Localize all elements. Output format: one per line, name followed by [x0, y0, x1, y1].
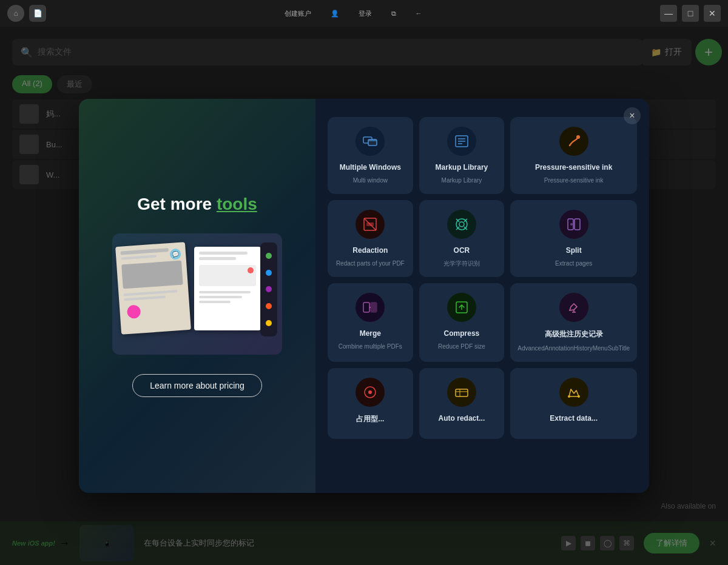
svg-point-7	[576, 135, 580, 139]
sidebar-tool	[260, 242, 277, 336]
tool-dot-2	[266, 270, 272, 276]
feature-card-ocr[interactable]: OCR 光学字符识别	[419, 200, 505, 277]
tool-dot-3	[266, 286, 272, 292]
feature-card-merge[interactable]: Merge Combine multiple PDFs	[328, 283, 413, 362]
doc-page-left: 💬	[115, 242, 191, 335]
doc-page-right	[194, 247, 261, 330]
tool-dot-1	[266, 253, 272, 259]
modal-dialog: Get more tools	[79, 99, 649, 493]
feature-name-12: Extract data...	[550, 414, 598, 423]
feature-sub-multiple-windows: Multi window	[353, 176, 388, 184]
feature-sub-ocr: 光学字符识别	[443, 259, 480, 267]
feature-card-multiple-windows[interactable]: Multiple Windows Multi window	[328, 117, 413, 194]
red-dot	[248, 267, 254, 273]
feature-11-icon	[447, 378, 476, 407]
tool-dot-4	[266, 303, 272, 309]
preview-inner: 💬	[112, 233, 282, 355]
feature-sub-annotation-history: AdvancedAnnotationHistoryMenuSubTitle	[517, 344, 630, 352]
svg-rect-28	[456, 389, 468, 396]
feature-10-icon	[356, 378, 385, 407]
pressure-ink-icon	[559, 127, 588, 156]
modal-right-panel: × Multiple Windows Multi window	[315, 99, 649, 493]
feature-name-annotation-history: 高级批注历史记录	[545, 329, 603, 339]
feature-sub-merge: Combine multiple PDFs	[339, 343, 402, 350]
feature-name-redaction: Redaction	[352, 246, 388, 255]
feature-name-compress: Compress	[444, 329, 480, 338]
feature-card-11[interactable]: Auto redact...	[419, 368, 505, 439]
title-bar-left: ⌂ 📄	[7, 5, 46, 22]
redaction-icon	[356, 210, 385, 239]
feature-name-11: Auto redact...	[439, 414, 485, 423]
title-bar-right: — □ ✕	[660, 5, 721, 22]
feature-name-ocr: OCR	[454, 246, 470, 255]
close-button[interactable]: ✕	[704, 5, 721, 22]
feature-sub-split: Extract pages	[555, 259, 592, 267]
learn-more-button[interactable]: Learn more about pricing	[132, 374, 262, 397]
feature-sub-compress: Reduce PDF size	[438, 343, 485, 350]
feature-sub-markup-library: Markup Library	[442, 176, 482, 184]
nav-avatar[interactable]: 👤	[326, 7, 344, 20]
feature-name-split: Split	[566, 246, 582, 255]
feature-card-10[interactable]: 占用型...	[328, 368, 413, 439]
modal-close-button[interactable]: ×	[624, 107, 641, 124]
feature-name-markup-library: Markup Library	[436, 163, 488, 172]
feature-name-10: 占用型...	[356, 414, 384, 424]
svg-rect-20	[363, 303, 369, 312]
modal-preview-image: 💬	[112, 233, 282, 355]
feature-12-icon	[559, 378, 588, 407]
minimize-button[interactable]: —	[660, 5, 677, 22]
features-grid: Multiple Windows Multi window	[328, 111, 637, 439]
svg-point-19	[570, 223, 573, 226]
feature-name-merge: Merge	[360, 329, 381, 338]
modal-left-panel: Get more tools	[79, 99, 315, 493]
bubble-pink	[127, 305, 141, 319]
svg-point-32	[578, 395, 580, 398]
app-icon-pdf: 📄	[29, 5, 46, 22]
feature-card-12[interactable]: Extract data...	[510, 368, 637, 439]
feature-sub-redaction: Redact parts of your PDF	[336, 259, 405, 267]
feature-card-annotation-history[interactable]: 高级批注历史记录 AdvancedAnnotationHistoryMenuSu…	[510, 283, 637, 362]
multiple-windows-icon	[356, 127, 385, 156]
nav-account[interactable]: 创建账户	[280, 7, 316, 21]
annotation-history-icon	[559, 293, 588, 322]
svg-point-27	[368, 390, 372, 394]
feature-card-split[interactable]: Split Extract pages	[510, 200, 637, 277]
maximize-button[interactable]: □	[682, 5, 699, 22]
modal-title: Get more tools	[137, 195, 257, 214]
main-area: 🔍 搜索文件 📁 打开 + All (2) 最近 妈... Bu... W...…	[0, 27, 728, 565]
feature-card-redaction[interactable]: Redaction Redact parts of your PDF	[328, 200, 413, 277]
svg-rect-2	[368, 139, 377, 141]
svg-rect-21	[371, 303, 377, 312]
nav-back[interactable]: ←	[411, 7, 427, 19]
ocr-icon	[447, 210, 476, 239]
modal-overlay: Get more tools	[0, 27, 728, 565]
feature-name-multiple-windows: Multiple Windows	[340, 163, 401, 172]
compress-icon	[447, 293, 476, 322]
tool-dot-5	[266, 320, 272, 326]
feature-name-pressure-ink: Pressure-sensitive ink	[535, 163, 612, 172]
markup-library-icon	[447, 127, 476, 156]
feature-card-compress[interactable]: Compress Reduce PDF size	[419, 283, 505, 362]
feature-card-markup-library[interactable]: Markup Library Markup Library	[419, 117, 505, 194]
nav-login[interactable]: 登录	[354, 7, 377, 21]
split-icon	[559, 210, 588, 239]
title-bar-center: 创建账户 👤 登录 ⧉ ←	[280, 7, 427, 21]
window-controls: — □ ✕	[660, 5, 721, 22]
svg-point-12	[459, 222, 464, 227]
title-bar: ⌂ 📄 创建账户 👤 登录 ⧉ ← — □ ✕	[0, 0, 728, 27]
svg-point-31	[568, 395, 570, 398]
svg-rect-10	[366, 222, 374, 226]
feature-card-pressure-ink[interactable]: Pressure-sensitive ink Pressure-sensitiv…	[510, 117, 637, 194]
feature-sub-pressure-ink: Pressure-sensitive ink	[544, 176, 604, 184]
merge-icon	[356, 293, 385, 322]
nav-windows[interactable]: ⧉	[386, 7, 401, 20]
app-icon-home[interactable]: ⌂	[7, 5, 24, 22]
svg-rect-18	[575, 219, 580, 230]
